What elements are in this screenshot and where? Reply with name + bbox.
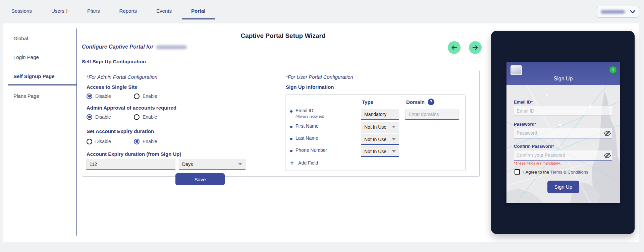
tab-reports-label: Reports: [119, 8, 137, 14]
mandatory-fields-note: *These fields are mandatory.: [514, 161, 561, 165]
select-arrow-icon: [238, 163, 242, 165]
phone-number-type-select[interactable]: Not In Use: [361, 146, 399, 157]
app-root: Sessions Users! Plans Reports Events Por…: [0, 0, 644, 252]
config-panel: *For Admin Portal Configuration Access t…: [82, 70, 480, 177]
agree-checkbox[interactable]: [515, 169, 520, 175]
chevron-down-icon: [630, 10, 635, 14]
email-type-value: Mandatory: [361, 109, 399, 120]
preview-email-label: Email ID*: [514, 100, 533, 105]
first-name-type-select[interactable]: Not In Use: [361, 122, 399, 132]
field-email-id-note: (Always required): [296, 114, 324, 118]
last-name-type-value: Not In Use: [364, 137, 386, 142]
save-button[interactable]: Save: [175, 173, 225, 185]
last-name-type-select[interactable]: Not In Use: [361, 134, 399, 145]
select-arrow-icon: [392, 138, 396, 140]
sidebar-item-global[interactable]: Global: [13, 36, 28, 41]
preview-title: Sign Up: [506, 76, 620, 82]
tab-sessions[interactable]: Sessions: [11, 8, 32, 14]
portal-preview-panel: i Sign Up: [491, 31, 635, 234]
terms-agree-row: I Agree to the Terms & Conditions: [515, 169, 588, 175]
preview-header: i Sign Up: [506, 62, 620, 85]
add-field-label: Add Field: [298, 160, 318, 166]
terms-conditions-link[interactable]: Terms & Conditions: [550, 170, 588, 175]
info-icon[interactable]: i: [609, 66, 616, 73]
preview-email-input[interactable]: [514, 106, 612, 116]
radio-enable[interactable]: [134, 139, 140, 144]
radio-enable-label: Enable: [143, 114, 157, 120]
eye-off-icon[interactable]: [604, 130, 611, 137]
nav-tabs: Sessions Users! Plans Reports Events Por…: [11, 0, 205, 21]
preview-confirm-label: Confirm Password*: [514, 144, 554, 149]
sidebar-item-login-page[interactable]: Login Page: [13, 54, 39, 60]
sidebar-divider: [76, 28, 77, 236]
tab-events[interactable]: Events: [156, 8, 172, 14]
tab-plans-label: Plans: [87, 8, 100, 14]
access-single-site-radios: Disable Enable: [87, 93, 157, 99]
sidebar-active-underline: [8, 84, 76, 85]
tab-events-label: Events: [156, 8, 172, 14]
account-dropdown[interactable]: [597, 6, 639, 18]
signup-preview-card: i Sign Up: [506, 62, 620, 203]
preview-body: Email ID* Password* Confirm Password* *T…: [506, 85, 620, 203]
users-alert-badge: !: [66, 8, 68, 14]
tab-plans[interactable]: Plans: [87, 8, 100, 14]
account-expiry-toggle-label: Set Account Expiry duration: [87, 128, 154, 134]
help-icon[interactable]: ?: [428, 99, 434, 105]
add-field-button[interactable]: + Add Field: [290, 160, 318, 166]
page-title: Captive Portal Setup Wizard: [82, 32, 484, 40]
redacted-portal-name: [156, 45, 187, 49]
field-phone-number-label: Phone Number: [296, 147, 327, 153]
field-email-id-label: Email ID: [296, 108, 313, 113]
select-arrow-icon: [392, 126, 396, 128]
radio-disable-label: Disable: [95, 114, 111, 120]
radio-disable[interactable]: [87, 114, 92, 120]
bullet-icon: [290, 138, 292, 140]
tab-sessions-label: Sessions: [11, 8, 32, 14]
tab-portal[interactable]: Portal: [191, 8, 206, 14]
preview-confirm-input[interactable]: [514, 150, 612, 161]
domain-column-header: Domain: [406, 99, 425, 105]
radio-disable[interactable]: [87, 139, 92, 144]
tab-users[interactable]: Users!: [51, 8, 68, 14]
tab-users-label: Users: [51, 8, 64, 14]
radio-disable[interactable]: [87, 93, 92, 99]
radio-enable-label: Enable: [143, 93, 157, 99]
expiry-duration-input[interactable]: [86, 159, 175, 170]
preview-password-input[interactable]: [514, 128, 612, 138]
sidebar-item-plans-page[interactable]: Plans Page: [13, 93, 39, 99]
eye-off-icon[interactable]: [604, 152, 611, 159]
type-column-header: Type: [362, 99, 399, 105]
admin-config-heading: *For Admin Portal Configuration: [87, 74, 157, 80]
account-expiry-radios: Disable Enable: [87, 138, 157, 144]
expiry-unit-select[interactable]: Days: [179, 159, 246, 170]
required-asterisk: *: [552, 144, 554, 149]
bullet-icon: [290, 126, 292, 128]
radio-enable[interactable]: [134, 93, 140, 99]
wizard-next-button[interactable]: [469, 41, 482, 54]
first-name-type-value: Not In Use: [364, 124, 386, 130]
arrow-left-icon: [450, 44, 458, 51]
plus-icon: +: [290, 160, 294, 166]
email-domain-input[interactable]: [405, 109, 459, 120]
access-single-site-label: Access to Single Site: [87, 84, 138, 90]
radio-disable-label: Disable: [95, 139, 111, 144]
radio-disable-label: Disable: [95, 93, 111, 99]
admin-approval-label: Admin Approval of accounts required: [87, 105, 176, 111]
signup-info-panel: Type Domain ? Email ID (Always required)…: [285, 94, 466, 171]
select-arrow-icon: [392, 150, 396, 152]
required-asterisk: *: [531, 100, 533, 105]
field-first-name-label: First Name: [296, 123, 318, 129]
agree-text: I Agree to the Terms & Conditions: [523, 170, 588, 175]
sidebar-item-self-signup-page[interactable]: Self Signup Page: [13, 73, 55, 79]
bullet-icon: [290, 110, 292, 113]
radio-enable[interactable]: [134, 114, 140, 120]
signup-information-label: Sign Up Information: [286, 84, 334, 90]
configure-for-label: Configure Captive Portal for: [82, 44, 187, 50]
user-config-heading: *For User Portal Configuration: [286, 74, 353, 80]
preview-password-label: Password*: [514, 122, 536, 127]
preview-signup-button[interactable]: Sign Up: [547, 181, 579, 193]
top-nav: Sessions Users! Plans Reports Events Por…: [0, 0, 644, 23]
bullet-icon: [290, 150, 292, 152]
wizard-back-button[interactable]: [448, 41, 461, 54]
tab-reports[interactable]: Reports: [119, 8, 137, 14]
